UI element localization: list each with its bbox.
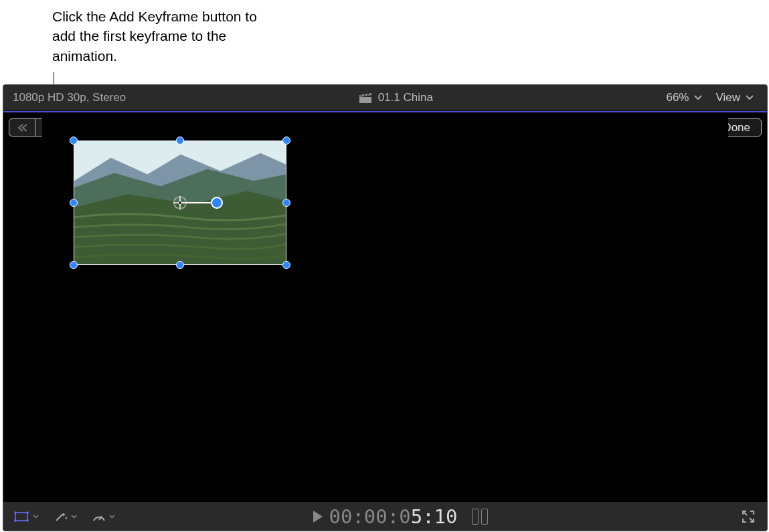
transform-icon — [14, 511, 30, 523]
timecode-dim: 00:00:0 — [329, 505, 410, 528]
svg-line-4 — [367, 93, 369, 96]
meter-bar-right — [481, 509, 488, 525]
chevron-down-icon — [109, 515, 115, 519]
svg-point-20 — [14, 511, 17, 514]
chevron-down-icon — [33, 515, 39, 519]
viewer-canvas[interactable]: Done — [3, 111, 767, 502]
effects-tool-dropdown[interactable] — [54, 511, 77, 523]
speedometer-icon — [92, 511, 106, 523]
transform-clip[interactable] — [74, 141, 286, 265]
svg-line-26 — [744, 512, 747, 515]
clip-name: 01.1 China — [378, 91, 433, 104]
clapperboard-icon — [359, 93, 371, 103]
chevron-down-icon — [694, 95, 702, 100]
prev-keyframe-button[interactable] — [9, 119, 35, 136]
transform-tool-dropdown[interactable] — [14, 511, 39, 523]
fullscreen-button[interactable] — [742, 510, 755, 523]
resize-handle-ml[interactable] — [70, 199, 78, 207]
view-label: View — [715, 91, 740, 104]
view-dropdown[interactable]: View — [715, 91, 754, 104]
timecode-display[interactable]: 00:00:05:10 — [313, 505, 457, 528]
svg-point-22 — [14, 519, 17, 522]
retime-tool-dropdown[interactable] — [92, 511, 115, 523]
zoom-dropdown[interactable]: 66% — [666, 91, 702, 104]
zoom-value: 66% — [666, 91, 689, 104]
viewer-header: 1080p HD 30p, Stereo 01.1 China 66% View — [3, 85, 767, 111]
timecode-lit: 5:10 — [411, 505, 458, 528]
audio-meter — [472, 509, 488, 525]
svg-rect-1 — [359, 97, 371, 103]
svg-point-18 — [179, 201, 182, 205]
meter-bar-left — [472, 509, 479, 525]
viewer-footer: 00:00:05:10 — [3, 502, 767, 531]
chevron-down-icon — [71, 515, 77, 519]
play-button[interactable] — [313, 511, 322, 523]
svg-point-23 — [26, 519, 29, 522]
chevron-down-icon — [746, 95, 754, 100]
resize-handle-bc[interactable] — [176, 261, 184, 269]
resize-handle-tc[interactable] — [176, 137, 184, 145]
resize-handle-br[interactable] — [282, 261, 290, 269]
anchor-point-icon[interactable] — [173, 195, 187, 210]
resize-handle-mr[interactable] — [282, 199, 290, 207]
rotation-handle[interactable] — [211, 197, 223, 209]
svg-point-21 — [26, 511, 29, 514]
format-label: 1080p HD 30p, Stereo — [3, 91, 126, 104]
callout-text: Click the Add Keyframe button to add the… — [52, 7, 280, 66]
resize-handle-bl[interactable] — [70, 261, 78, 269]
svg-line-24 — [56, 514, 63, 521]
prev-keyframe-icon — [17, 123, 27, 132]
magic-wand-icon — [54, 511, 68, 523]
svg-line-27 — [750, 518, 753, 521]
svg-rect-19 — [15, 513, 27, 521]
resize-handle-tr[interactable] — [282, 137, 290, 145]
viewer-window: 1080p HD 30p, Stereo 01.1 China 66% View — [3, 84, 768, 531]
resize-handle-tl[interactable] — [70, 137, 78, 145]
